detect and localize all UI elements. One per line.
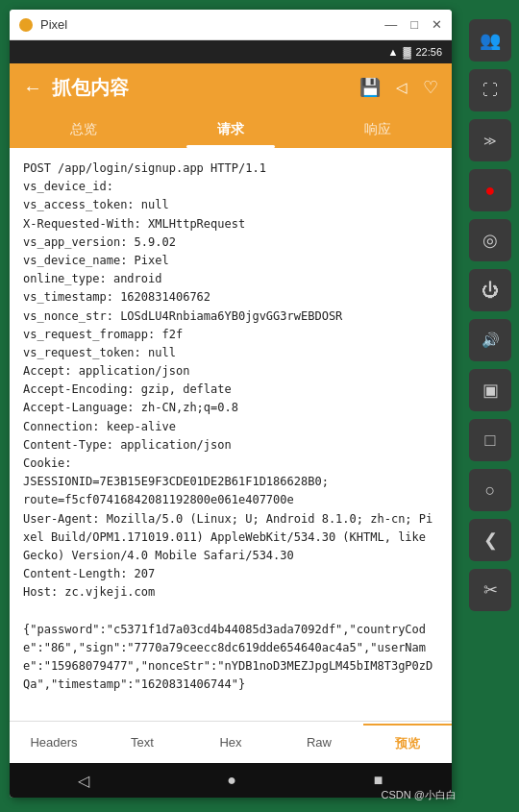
- content-area[interactable]: POST /app/login/signup.app HTTP/1.1 vs_d…: [10, 148, 452, 721]
- bottom-tab-hex[interactable]: Hex: [186, 726, 275, 759]
- tab-overview[interactable]: 总览: [10, 111, 157, 148]
- bottom-tab-bar: Headers Text Hex Raw 预览: [10, 721, 452, 763]
- bottom-tab-headers[interactable]: Headers: [10, 726, 98, 759]
- tab-request[interactable]: 请求: [157, 111, 304, 148]
- power-icon: ⏻: [482, 281, 499, 301]
- circle-btn[interactable]: ○: [469, 469, 511, 511]
- close-button[interactable]: ✕: [432, 17, 442, 32]
- tab-response[interactable]: 响应: [305, 111, 452, 148]
- page-title: 抓包内容: [52, 75, 350, 101]
- header-action-icons: 💾 ◁ ♡: [359, 77, 438, 98]
- app-header: ← 抓包内容 💾 ◁ ♡: [10, 63, 452, 111]
- nav-home-icon[interactable]: ●: [227, 772, 236, 789]
- contacts-icon: 👥: [480, 30, 501, 51]
- expand-icon: ⛶: [482, 82, 498, 99]
- double-down-icon: ≫: [483, 134, 497, 148]
- window-icon: □: [485, 431, 496, 451]
- double-down-btn[interactable]: ≫: [469, 119, 511, 161]
- scissors-btn[interactable]: ✂: [469, 569, 511, 611]
- power-btn[interactable]: ⏻: [469, 269, 511, 311]
- battery-icon: ▓: [403, 46, 410, 58]
- scissors-icon: ✂: [483, 579, 498, 601]
- circle-icon: ○: [485, 480, 496, 501]
- right-sidebar: 👥 ⛶ ≫ ● ◎ ⏻ 🔊 ▣ □ ○ ❮ ✂: [461, 10, 519, 798]
- eye-hidden-btn[interactable]: ◎: [469, 219, 511, 261]
- wifi-icon: ▲: [388, 46, 399, 58]
- time-display: 22:56: [415, 46, 442, 58]
- screen-icon: ▣: [482, 380, 499, 401]
- back-btn[interactable]: ❮: [469, 519, 511, 561]
- save-icon[interactable]: 💾: [359, 77, 381, 98]
- contacts-btn[interactable]: 👥: [469, 19, 511, 62]
- expand-btn[interactable]: ⛶: [469, 69, 511, 111]
- app-title: Pixel: [40, 17, 384, 32]
- title-bar: Pixel — □ ✕: [10, 10, 452, 40]
- maximize-button[interactable]: □: [410, 17, 418, 32]
- status-bar: ▲ ▓ 22:56: [10, 40, 452, 63]
- minimize-button[interactable]: —: [384, 17, 397, 32]
- status-icons: ▲ ▓ 22:56: [388, 46, 442, 58]
- eye-hidden-icon: ◎: [482, 230, 498, 251]
- main-tabs: 总览 请求 响应: [10, 111, 452, 148]
- volume-icon: 🔊: [482, 332, 500, 349]
- nav-recent-icon[interactable]: ■: [374, 772, 383, 789]
- record-btn[interactable]: ●: [469, 169, 511, 211]
- watermark: CSDN @小白白: [382, 788, 457, 802]
- window-btn[interactable]: □: [469, 419, 511, 461]
- nav-back-icon[interactable]: ◁: [78, 772, 89, 790]
- record-icon: ●: [485, 181, 496, 201]
- bottom-tab-raw[interactable]: Raw: [275, 726, 363, 759]
- app-icon-dot: [19, 18, 33, 32]
- volume-btn[interactable]: 🔊: [469, 319, 511, 361]
- request-content: POST /app/login/signup.app HTTP/1.1 vs_d…: [23, 160, 438, 694]
- window-controls: — □ ✕: [384, 17, 442, 32]
- screen-btn[interactable]: ▣: [469, 369, 511, 411]
- phone-window: Pixel — □ ✕ ▲ ▓ 22:56 ← 抓包内容 💾 ◁ ♡ 总览 请求: [10, 10, 452, 798]
- back-icon: ❮: [483, 529, 498, 551]
- share-icon[interactable]: ◁: [396, 79, 408, 96]
- bottom-tab-text[interactable]: Text: [98, 726, 186, 759]
- back-arrow-button[interactable]: ←: [23, 77, 42, 99]
- bottom-tab-preview[interactable]: 预览: [363, 724, 452, 762]
- favorite-icon[interactable]: ♡: [423, 77, 438, 98]
